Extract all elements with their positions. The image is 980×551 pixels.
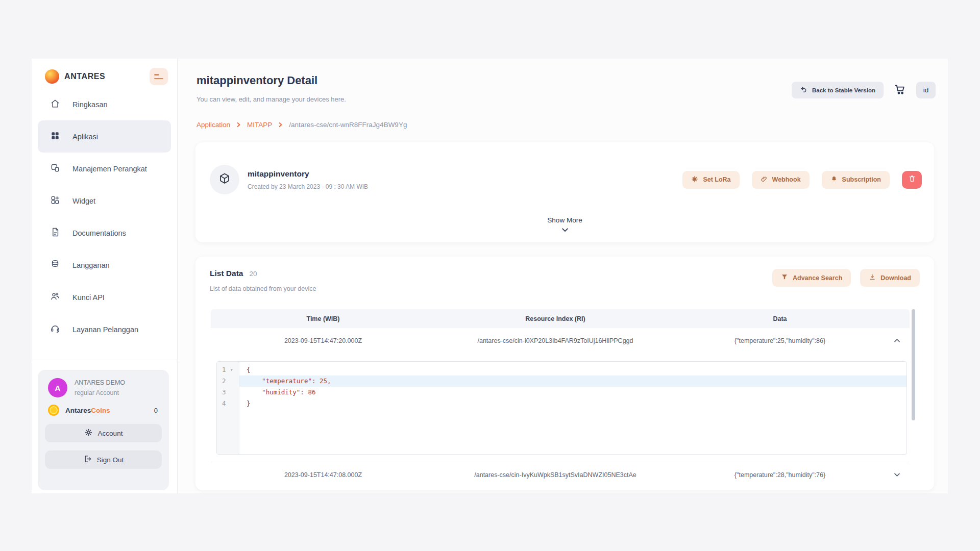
editor-line-active: 2 "temperature": 25, xyxy=(217,375,906,387)
account-button[interactable]: Account xyxy=(45,424,162,442)
set-lora-button[interactable]: Set LoRa xyxy=(682,171,739,189)
devices-icon xyxy=(50,163,60,174)
list-data-card: List Data 20 List of data obtained from … xyxy=(195,257,934,490)
breadcrumb-application[interactable]: Application xyxy=(197,121,230,129)
expand-row-button[interactable] xyxy=(885,471,910,479)
cell-time: 2023-09-15T14:47:20.000Z xyxy=(211,337,435,344)
chevron-down-icon xyxy=(894,471,900,479)
sidebar-item-ringkasan[interactable]: Ringkasan xyxy=(38,88,171,120)
home-icon xyxy=(50,98,60,110)
json-editor[interactable]: 1▾ { 2 "temperature": 25, 3 "humidity": … xyxy=(216,361,907,455)
page-title: mitappinventory Detail xyxy=(197,74,317,87)
topbar-actions: Back to Stable Version id xyxy=(792,82,936,98)
id-button[interactable]: id xyxy=(916,82,936,98)
hamburger-icon xyxy=(154,74,159,75)
coins-value: 0 xyxy=(154,407,162,414)
cell-data: {"temperature":28,"humidity":76} xyxy=(675,471,885,479)
list-data-subtitle: List of data obtained from your device xyxy=(210,285,316,292)
app-window: ANTARES Ringkasan Aplikasi Manajemen Per… xyxy=(32,59,948,493)
sidebar-item-aplikasi[interactable]: Aplikasi xyxy=(38,120,171,153)
breadcrumb-device-path: /antares-cse/cnt-wnR8FFraJg4BW9Yg xyxy=(289,121,407,129)
sidebar-item-label: Aplikasi xyxy=(72,133,98,141)
brand-name: ANTARES xyxy=(64,72,105,81)
show-more-button[interactable]: Show More xyxy=(195,216,934,234)
paperclip-icon xyxy=(761,176,768,184)
webhook-button[interactable]: Webhook xyxy=(752,171,810,189)
sidebar-divider xyxy=(32,360,177,360)
filter-icon xyxy=(781,273,788,282)
back-button-label: Back to Stable Version xyxy=(812,87,875,93)
sidebar-item-manajemen-perangkat[interactable]: Manajemen Perangkat xyxy=(38,153,171,185)
coin-icon xyxy=(48,405,59,416)
users-icon xyxy=(50,291,60,303)
account-panel: A ANTARES DEMO regular Account AntaresCo… xyxy=(38,370,169,490)
antares-logo-icon xyxy=(45,69,59,84)
advance-search-button[interactable]: Advance Search xyxy=(772,269,851,287)
account-button-label: Account xyxy=(98,430,123,437)
device-name: mitappinventory xyxy=(248,169,368,179)
device-created-text: Created by 23 March 2023 - 09 : 30 AM WI… xyxy=(248,183,368,190)
sidebar-item-label: Layanan Pelanggan xyxy=(72,325,138,334)
coins-stack-icon xyxy=(50,259,60,271)
collapse-row-button[interactable] xyxy=(885,337,910,344)
sidebar-item-documentations[interactable]: Documentations xyxy=(38,217,171,249)
cube-icon xyxy=(218,172,231,187)
table-header: Time (WIB) Resource Index (RI) Data xyxy=(211,309,910,328)
sidebar-menu: Ringkasan Aplikasi Manajemen Perangkat W… xyxy=(38,88,171,345)
sidebar: ANTARES Ringkasan Aplikasi Manajemen Per… xyxy=(32,59,178,493)
editor-line: 1▾ { xyxy=(217,364,906,375)
table-row[interactable]: 2023-09-15T14:47:20.000Z /antares-cse/ci… xyxy=(211,328,910,353)
bell-icon xyxy=(830,176,838,184)
list-data-title: List Data xyxy=(210,269,243,278)
breadcrumb-mitapp[interactable]: MITAPP xyxy=(247,121,272,129)
sidebar-item-kunci-api[interactable]: Kunci API xyxy=(38,281,171,313)
cell-data: {"temperature":25,"humidity":86} xyxy=(675,337,885,344)
cart-button[interactable] xyxy=(892,83,908,97)
sign-out-icon xyxy=(83,455,92,465)
document-icon xyxy=(50,227,60,239)
chevron-right-icon xyxy=(236,122,241,128)
back-to-stable-version-button[interactable]: Back to Stable Version xyxy=(792,82,884,98)
sidebar-item-widget[interactable]: Widget xyxy=(38,185,171,217)
editor-line: 3 "humidity": 86 xyxy=(217,387,906,398)
download-button[interactable]: Download xyxy=(860,269,920,287)
trash-icon xyxy=(908,174,916,185)
data-table: Time (WIB) Resource Index (RI) Data 2023… xyxy=(211,309,910,353)
sign-out-button[interactable]: Sign Out xyxy=(45,450,162,469)
table-row[interactable]: 2023-09-15T14:47:08.000Z /antares-cse/ci… xyxy=(211,462,910,487)
page-subtitle: You can view, edit, and manage your devi… xyxy=(197,95,346,103)
cell-time: 2023-09-15T14:47:08.000Z xyxy=(211,471,435,479)
sidebar-item-label: Manajemen Perangkat xyxy=(72,165,147,173)
sidebar-item-layanan-pelanggan[interactable]: Layanan Pelanggan xyxy=(38,313,171,345)
download-icon xyxy=(869,273,876,282)
advance-search-label: Advance Search xyxy=(793,274,842,282)
device-avatar xyxy=(210,165,239,194)
chevron-down-icon xyxy=(561,225,569,234)
widget-icon xyxy=(50,195,60,207)
scrollbar-thumb[interactable] xyxy=(912,309,915,420)
device-card: mitappinventory Created by 23 March 2023… xyxy=(195,142,934,242)
headset-icon xyxy=(50,323,60,335)
avatar: A xyxy=(48,378,67,397)
sidebar-toggle-button[interactable] xyxy=(150,68,168,85)
sidebar-item-langganan[interactable]: Langganan xyxy=(38,249,171,281)
account-type: regular Account xyxy=(75,389,125,396)
webhook-label: Webhook xyxy=(772,176,801,183)
sidebar-item-label: Ringkasan xyxy=(72,101,108,109)
sign-out-button-label: Sign Out xyxy=(97,456,124,464)
undo-icon xyxy=(800,86,807,94)
delete-device-button[interactable] xyxy=(902,171,922,189)
breadcrumb: Application MITAPP /antares-cse/cnt-wnR8… xyxy=(197,121,407,129)
sidebar-item-label: Langganan xyxy=(72,261,110,269)
cell-resource-index: /antares-cse/cin-IvyKuWpkSB1sytSvIaDNWZI… xyxy=(435,471,675,479)
antares-coins-row: AntaresCoins 0 xyxy=(45,405,162,416)
table-scrollbar[interactable] xyxy=(912,309,915,485)
sidebar-item-label: Kunci API xyxy=(72,293,105,302)
set-lora-label: Set LoRa xyxy=(703,176,730,183)
subscription-button[interactable]: Subscription xyxy=(822,171,890,189)
coins-label: AntaresCoins xyxy=(65,407,110,414)
column-header-ri: Resource Index (RI) xyxy=(435,315,675,322)
data-table-continued: 2023-09-15T14:47:08.000Z /antares-cse/ci… xyxy=(211,462,910,487)
fold-chevron-icon[interactable]: ▾ xyxy=(230,364,233,375)
list-data-count: 20 xyxy=(249,270,257,278)
